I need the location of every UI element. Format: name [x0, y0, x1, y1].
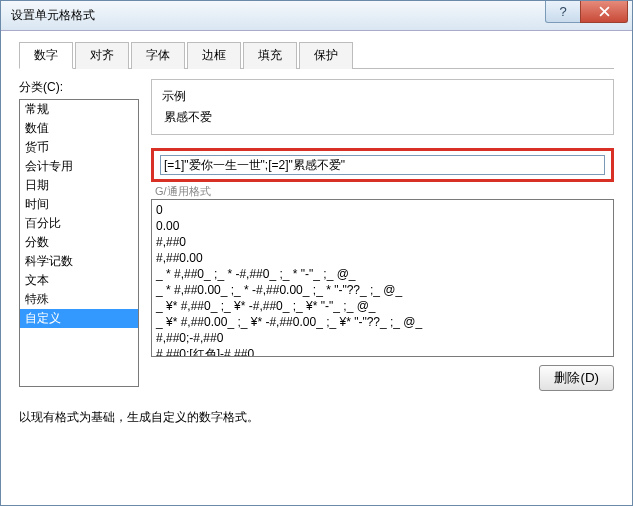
tab-number[interactable]: 数字	[19, 42, 73, 69]
list-item[interactable]: #,##0;[红色]-#,##0	[156, 346, 609, 357]
list-item[interactable]: 日期	[20, 176, 138, 195]
type-input[interactable]	[160, 155, 605, 175]
help-button[interactable]: ?	[545, 1, 581, 23]
format-listbox[interactable]: 0 0.00 #,##0 #,##0.00 _ * #,##0_ ;_ * -#…	[151, 199, 614, 357]
list-item[interactable]: 百分比	[20, 214, 138, 233]
close-button[interactable]	[580, 1, 628, 23]
list-item[interactable]: _ * #,##0_ ;_ * -#,##0_ ;_ * "-"_ ;_ @_	[156, 266, 609, 282]
list-item[interactable]: 会计专用	[20, 157, 138, 176]
list-item[interactable]: _ ¥* #,##0_ ;_ ¥* -#,##0_ ;_ ¥* "-"_ ;_ …	[156, 298, 609, 314]
list-item[interactable]: 特殊	[20, 290, 138, 309]
list-item[interactable]: _ * #,##0.00_ ;_ * -#,##0.00_ ;_ * "-"??…	[156, 282, 609, 298]
list-item[interactable]: #,##0.00	[156, 250, 609, 266]
category-listbox[interactable]: 常规 数值 货币 会计专用 日期 时间 百分比 分数 科学记数 文本 特殊 自定…	[19, 99, 139, 387]
list-item[interactable]: #,##0	[156, 234, 609, 250]
hint-text: 以现有格式为基础，生成自定义的数字格式。	[19, 409, 614, 426]
button-row: 删除(D)	[151, 365, 614, 391]
dialog-window: 设置单元格格式 ? 数字 对齐 字体 边框 填充 保护 分类(C): 常规 数值…	[0, 0, 633, 506]
list-item[interactable]: 数值	[20, 119, 138, 138]
tab-fill[interactable]: 填充	[243, 42, 297, 69]
close-icon	[599, 6, 610, 17]
category-column: 分类(C): 常规 数值 货币 会计专用 日期 时间 百分比 分数 科学记数 文…	[19, 79, 139, 391]
list-item[interactable]: 分数	[20, 233, 138, 252]
delete-button[interactable]: 删除(D)	[539, 365, 614, 391]
list-item[interactable]: 时间	[20, 195, 138, 214]
sample-value: 累感不爱	[162, 109, 603, 126]
content-area: 分类(C): 常规 数值 货币 会计专用 日期 时间 百分比 分数 科学记数 文…	[19, 79, 614, 391]
window-title: 设置单元格格式	[11, 7, 545, 24]
category-label: 分类(C):	[19, 79, 139, 96]
tab-border[interactable]: 边框	[187, 42, 241, 69]
dialog-body: 数字 对齐 字体 边框 填充 保护 分类(C): 常规 数值 货币 会计专用 日…	[1, 31, 632, 440]
type-input-highlight	[151, 148, 614, 182]
list-item[interactable]: 0	[156, 202, 609, 218]
list-item[interactable]: 常规	[20, 100, 138, 119]
titlebar-buttons: ?	[545, 1, 632, 30]
list-item[interactable]: #,##0;-#,##0	[156, 330, 609, 346]
tab-protection[interactable]: 保护	[299, 42, 353, 69]
list-item[interactable]: 货币	[20, 138, 138, 157]
list-item[interactable]: 文本	[20, 271, 138, 290]
list-item[interactable]: 自定义	[20, 309, 138, 328]
tab-bar: 数字 对齐 字体 边框 填充 保护	[19, 41, 614, 69]
list-item[interactable]: 科学记数	[20, 252, 138, 271]
sample-label: 示例	[162, 88, 603, 105]
right-column: 示例 累感不爱 类型(T): G/通用格式 0 0.00 #,##0 #,##0…	[151, 79, 614, 391]
tab-font[interactable]: 字体	[131, 42, 185, 69]
titlebar: 设置单元格格式 ?	[1, 1, 632, 31]
list-item[interactable]: _ ¥* #,##0.00_ ;_ ¥* -#,##0.00_ ;_ ¥* "-…	[156, 314, 609, 330]
type-sublabel: G/通用格式	[155, 184, 614, 199]
sample-box: 示例 累感不爱	[151, 79, 614, 135]
list-item[interactable]: 0.00	[156, 218, 609, 234]
tab-alignment[interactable]: 对齐	[75, 42, 129, 69]
